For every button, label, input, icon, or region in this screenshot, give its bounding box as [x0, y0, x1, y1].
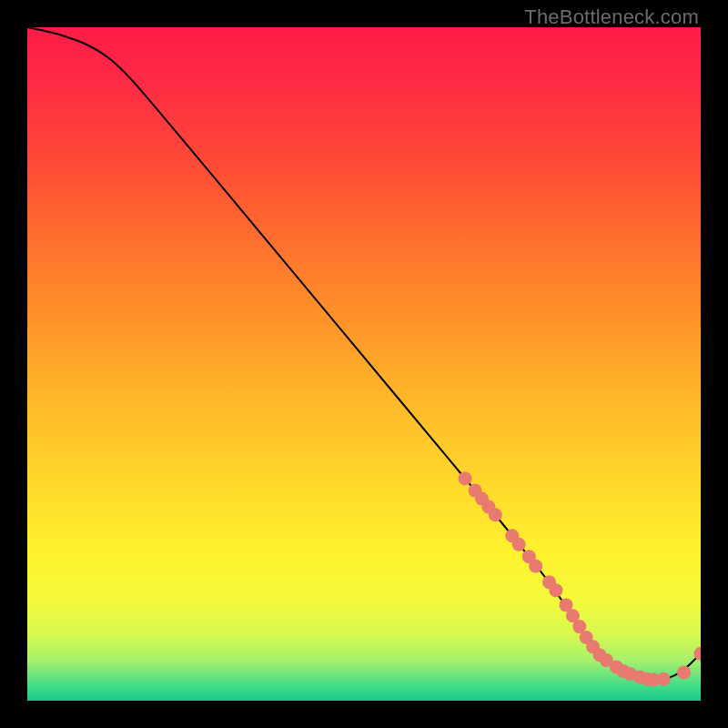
data-marker: [459, 471, 472, 485]
data-marker: [489, 508, 502, 521]
data-marker: [549, 583, 562, 597]
chart-stage: TheBottleneck.com: [0, 0, 728, 728]
data-marker: [657, 672, 671, 686]
chart-plot: [27, 27, 701, 701]
data-marker: [529, 560, 542, 573]
data-marker: [512, 538, 526, 551]
gradient-rect: [27, 27, 701, 701]
data-marker: [677, 665, 691, 679]
watermark-text: TheBottleneck.com: [524, 5, 699, 29]
